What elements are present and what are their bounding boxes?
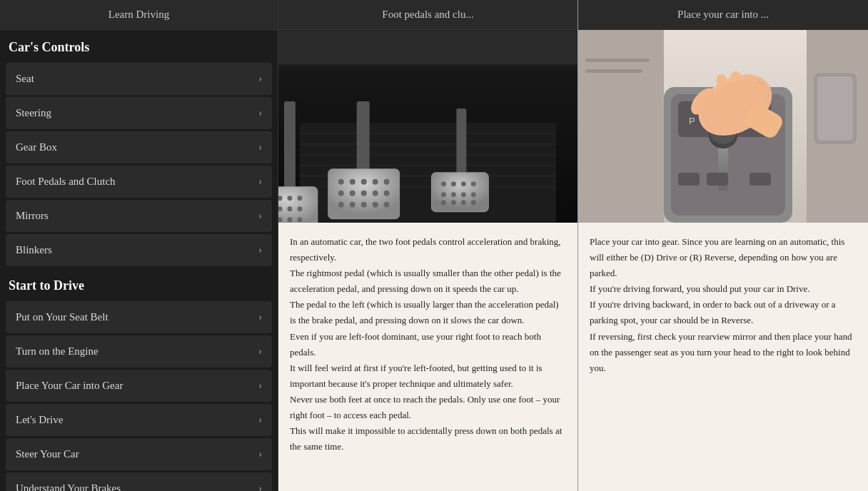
middle-header: Foot pedals and clu...: [278, 0, 577, 30]
svg-point-48: [287, 206, 292, 211]
menu-item-footpedals[interactable]: Foot Pedals and Clutch ›: [6, 166, 272, 198]
menu-item-steering[interactable]: Steering ›: [6, 97, 272, 129]
menu-item-placegear[interactable]: Place Your Car into Gear ›: [6, 370, 272, 402]
svg-rect-86: [817, 76, 853, 141]
menu-label-seatbelt: Put on Your Seat Belt: [16, 311, 108, 323]
svg-rect-70: [678, 173, 700, 186]
svg-point-19: [373, 191, 378, 196]
chevron-icon-letsdrive: ›: [258, 415, 262, 426]
gear-image: P R N D S: [578, 30, 868, 223]
chevron-icon-placegear: ›: [258, 380, 262, 392]
menu-label-blinkers: Blinkers: [16, 244, 52, 256]
middle-body-text: In an automatic car, the two foot pedals…: [278, 223, 577, 466]
svg-point-18: [361, 191, 367, 196]
menu-item-seatbelt[interactable]: Put on Your Seat Belt ›: [6, 301, 272, 333]
svg-point-35: [471, 192, 476, 197]
chevron-icon-brakes: ›: [258, 483, 262, 492]
menu-label-steer: Steer Your Car: [16, 448, 79, 460]
menu-label-mirrors: Mirrors: [16, 210, 49, 222]
menu-label-seat: Seat: [16, 73, 34, 85]
right-body-text: Place your car into gear. Since you are …: [578, 223, 868, 388]
menu-label-engine: Turn on the Engine: [16, 345, 99, 358]
svg-point-36: [441, 200, 446, 205]
chevron-icon-gearbox: ›: [258, 142, 262, 153]
svg-text:P: P: [689, 116, 695, 126]
svg-point-31: [471, 181, 476, 186]
chevron-icon-steering: ›: [258, 108, 262, 119]
svg-point-38: [461, 200, 466, 205]
svg-point-23: [361, 202, 367, 208]
svg-point-33: [451, 192, 456, 197]
svg-rect-26: [456, 108, 466, 180]
svg-rect-54: [278, 30, 577, 66]
pedals-image: [278, 30, 577, 223]
svg-point-45: [297, 196, 302, 201]
svg-point-22: [350, 202, 355, 208]
svg-point-28: [441, 181, 446, 186]
cars-controls-title: Car's Controls: [0, 30, 278, 61]
svg-point-21: [338, 202, 344, 208]
svg-rect-72: [750, 173, 771, 186]
menu-item-engine[interactable]: Turn on the Engine ›: [6, 335, 272, 368]
svg-point-13: [361, 179, 367, 185]
chevron-icon-engine: ›: [258, 346, 262, 358]
svg-point-29: [451, 181, 456, 186]
svg-point-34: [461, 192, 466, 197]
start-to-drive-title: Start to Drive: [0, 268, 278, 299]
right-panel: Place your car into ...: [578, 0, 868, 491]
menu-item-letsdrive[interactable]: Let's Drive ›: [6, 404, 272, 436]
svg-point-20: [384, 191, 390, 196]
svg-rect-84: [585, 69, 642, 73]
chevron-icon-seat: ›: [258, 74, 262, 85]
left-panel: Learn Driving Car's Controls Seat › Stee…: [0, 0, 278, 491]
menu-item-gearbox[interactable]: Gear Box ›: [6, 131, 272, 163]
svg-rect-55: [278, 64, 577, 69]
right-header: Place your car into ...: [578, 0, 868, 30]
menu-item-seat[interactable]: Seat ›: [6, 63, 272, 95]
svg-point-49: [297, 206, 302, 211]
svg-point-17: [350, 191, 355, 196]
chevron-icon-blinkers: ›: [258, 245, 262, 256]
menu-label-letsdrive: Let's Drive: [16, 414, 63, 426]
svg-point-52: [287, 217, 292, 222]
svg-point-14: [373, 179, 378, 185]
cars-controls-list: Seat › Steering › Gear Box › Foot Pedals…: [0, 61, 278, 268]
menu-label-brakes: Understand Your Brakes: [16, 482, 121, 491]
menu-label-steering: Steering: [16, 107, 51, 119]
svg-point-37: [451, 200, 456, 205]
svg-point-30: [461, 181, 466, 186]
chevron-icon-seatbelt: ›: [258, 312, 262, 323]
svg-point-11: [338, 179, 344, 185]
menu-label-gearbox: Gear Box: [16, 141, 57, 153]
svg-point-12: [350, 179, 355, 185]
left-header: Learn Driving: [0, 0, 278, 30]
chevron-icon-mirrors: ›: [258, 211, 262, 222]
start-to-drive-list: Put on Your Seat Belt › Turn on the Engi…: [0, 299, 278, 491]
menu-label-placegear: Place Your Car into Gear: [16, 380, 123, 392]
svg-rect-27: [431, 173, 488, 212]
chevron-icon-steer: ›: [258, 449, 262, 460]
menu-item-brakes[interactable]: Understand Your Brakes ›: [6, 472, 272, 491]
svg-rect-40: [284, 101, 296, 194]
svg-point-53: [297, 217, 302, 222]
menu-item-steer[interactable]: Steer Your Car ›: [6, 438, 272, 470]
menu-item-blinkers[interactable]: Blinkers ›: [6, 234, 272, 266]
svg-point-39: [471, 200, 476, 205]
svg-point-24: [373, 202, 378, 208]
menu-label-footpedals: Foot Pedals and Clutch: [16, 176, 116, 188]
svg-rect-41: [278, 187, 318, 223]
svg-point-32: [441, 192, 446, 197]
svg-point-15: [384, 179, 390, 185]
svg-point-25: [384, 202, 390, 208]
middle-panel: Foot pedals and clu...: [278, 0, 578, 491]
svg-point-44: [287, 196, 292, 201]
svg-rect-71: [707, 173, 728, 186]
menu-item-mirrors[interactable]: Mirrors ›: [6, 200, 272, 232]
chevron-icon-footpedals: ›: [258, 176, 262, 188]
svg-point-16: [338, 191, 344, 196]
svg-rect-83: [585, 59, 650, 62]
